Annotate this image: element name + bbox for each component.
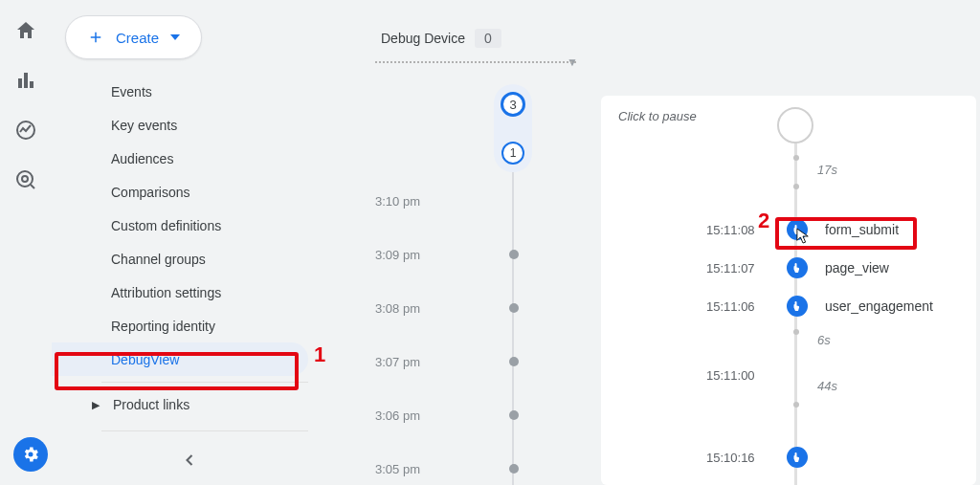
event-row-user-engagement[interactable]: 15:11:06 user_engagement xyxy=(601,287,976,325)
sidebar-item-attribution-settings[interactable]: Attribution settings xyxy=(52,276,327,309)
timeline-gap: 44s xyxy=(817,379,837,393)
home-icon[interactable] xyxy=(14,19,37,42)
svg-rect-0 xyxy=(18,78,22,88)
settings-fab[interactable] xyxy=(13,437,48,472)
minute-row[interactable]: 3:10 pm xyxy=(375,172,567,230)
annotation-number-2: 2 xyxy=(758,209,769,233)
timeline-gap: 6s xyxy=(817,333,831,347)
svg-point-5 xyxy=(22,176,28,182)
event-row-time: 15:11:00 xyxy=(601,356,976,394)
sidebar-item-audiences[interactable]: Audiences xyxy=(52,142,327,175)
left-icon-bar xyxy=(0,0,52,485)
minute-row[interactable]: 3:05 pm xyxy=(375,440,567,485)
minute-row[interactable]: 3:07 pm xyxy=(375,333,567,390)
dotted-divider xyxy=(375,61,576,63)
svg-rect-1 xyxy=(24,73,28,88)
bar-chart-icon[interactable] xyxy=(14,69,37,92)
timeline-tick xyxy=(793,155,799,161)
minute-row[interactable]: 3:06 pm xyxy=(375,386,567,444)
sidebar-item-reporting-identity[interactable]: Reporting identity xyxy=(52,309,327,342)
minute-dot xyxy=(509,464,519,474)
caret-right-icon: ▶ xyxy=(92,399,100,411)
main-panel: Debug Device 0 ▼ 3 1 3:10 pm 3:09 pm 3:0… xyxy=(327,0,980,485)
sidebar-menu: Events Key events Audiences Comparisons … xyxy=(52,75,327,437)
sidebar-collapse[interactable] xyxy=(52,449,327,472)
minute-dot xyxy=(509,250,519,259)
sidebar-item-channel-groups[interactable]: Channel groups xyxy=(52,242,327,276)
minute-row[interactable]: 3:08 pm xyxy=(375,279,567,337)
minute-dot xyxy=(509,357,519,366)
event-row-form-submit[interactable]: 15:11:08 form_submit xyxy=(601,210,976,249)
touch-icon xyxy=(787,257,808,278)
svg-point-4 xyxy=(17,171,33,187)
detail-panel: Click to pause 17s 15:11:08 form_submit … xyxy=(601,96,976,485)
sidebar: Create Events Key events Audiences Compa… xyxy=(52,0,327,485)
sidebar-item-product-links[interactable]: ▶ Product links xyxy=(52,388,327,421)
create-label: Create xyxy=(116,30,159,46)
target-icon[interactable] xyxy=(14,168,37,191)
sidebar-item-comparisons[interactable]: Comparisons xyxy=(52,175,327,209)
minute-row[interactable]: 3:09 pm xyxy=(375,226,567,283)
sidebar-separator-2 xyxy=(101,430,308,431)
touch-icon xyxy=(787,447,808,468)
debug-device-selector[interactable]: Debug Device 0 xyxy=(381,29,501,48)
minute-dot xyxy=(509,303,519,313)
sidebar-item-custom-definitions[interactable]: Custom definitions xyxy=(52,209,327,242)
timeline-tick xyxy=(793,329,799,335)
event-row-page-view[interactable]: 15:11:07 page_view xyxy=(601,249,976,287)
pill-top-count: 3 xyxy=(501,92,525,117)
svg-rect-2 xyxy=(30,81,33,88)
caret-down-icon xyxy=(170,34,180,40)
create-button[interactable]: Create xyxy=(65,15,202,59)
trend-icon[interactable] xyxy=(14,119,37,142)
timeline-gap: 17s xyxy=(817,163,837,177)
current-minute-pill[interactable]: 3 1 xyxy=(494,84,532,172)
minute-dot xyxy=(509,410,519,420)
timeline-tick xyxy=(793,402,799,408)
pill-bottom-count: 1 xyxy=(501,142,524,165)
debug-device-count: 0 xyxy=(475,29,501,48)
timeline-tick xyxy=(793,184,799,189)
minute-timeline: 3 1 3:10 pm 3:09 pm 3:08 pm 3:07 pm 3:06… xyxy=(375,84,567,485)
event-row-time[interactable]: 15:10:16 xyxy=(601,438,976,476)
live-circle[interactable] xyxy=(777,107,813,143)
sidebar-separator xyxy=(101,382,308,383)
annotation-number-1: 1 xyxy=(314,342,325,367)
sidebar-item-debugview[interactable]: DebugView xyxy=(52,342,308,376)
touch-icon xyxy=(787,296,808,317)
sidebar-item-events[interactable]: Events xyxy=(52,75,327,108)
mouse-cursor-icon xyxy=(796,228,810,245)
sidebar-item-key-events[interactable]: Key events xyxy=(52,108,327,142)
